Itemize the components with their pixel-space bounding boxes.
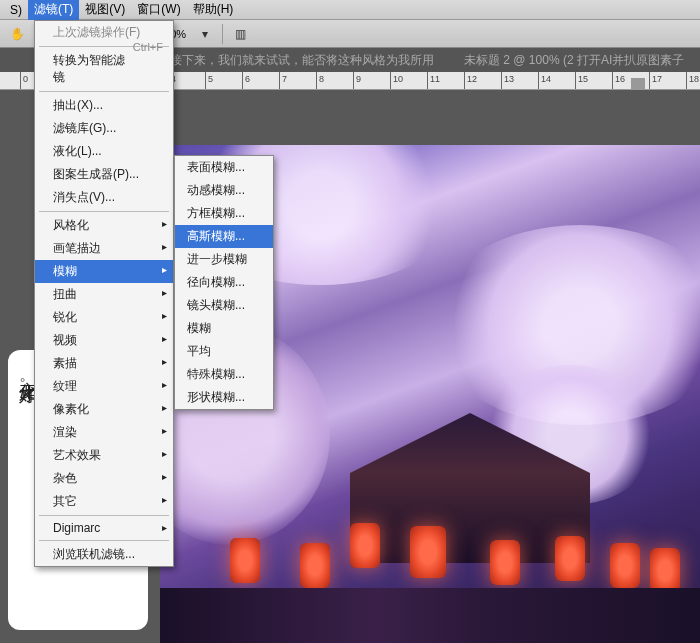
filter-menu: 上次滤镜操作(F)Ctrl+F 转换为智能滤镜 抽出(X)...滤镜库(G)..… bbox=[34, 20, 174, 567]
menu-filter[interactable]: 滤镜(T) bbox=[28, 0, 79, 20]
hand-icon[interactable]: ✋ bbox=[6, 23, 28, 45]
ruler-tick: 14 bbox=[538, 72, 539, 89]
filter-item[interactable]: 杂色▸ bbox=[35, 467, 173, 490]
filter-item[interactable]: 消失点(V)... bbox=[35, 186, 173, 209]
filter-item[interactable]: 纹理▸ bbox=[35, 375, 173, 398]
filter-item[interactable]: 视频▸ bbox=[35, 329, 173, 352]
ruler-tick: 5 bbox=[205, 72, 206, 89]
filter-item[interactable]: 其它▸ bbox=[35, 490, 173, 513]
ruler-tick: 0 bbox=[20, 72, 21, 89]
ruler-tick: 8 bbox=[316, 72, 317, 89]
filter-item[interactable]: 图案生成器(P)... bbox=[35, 163, 173, 186]
menu-window[interactable]: 窗口(W) bbox=[131, 0, 186, 20]
ruler-tick: 12 bbox=[464, 72, 465, 89]
menu-help[interactable]: 帮助(H) bbox=[187, 0, 240, 20]
menu-s[interactable]: S) bbox=[4, 1, 28, 19]
filter-item[interactable]: 扭曲▸ bbox=[35, 283, 173, 306]
filter-item[interactable]: 液化(L)... bbox=[35, 140, 173, 163]
doc-tab-2[interactable]: 未标题 2 @ 100% (2 打开AI并扒原图素子 bbox=[464, 52, 684, 69]
filter-item[interactable]: 艺术效果▸ bbox=[35, 444, 173, 467]
ruler-tick: 10 bbox=[390, 72, 391, 89]
blur-submenu: 表面模糊...动感模糊...方框模糊...高斯模糊...进一步模糊径向模糊...… bbox=[174, 155, 274, 410]
blur-item[interactable]: 方框模糊... bbox=[175, 202, 273, 225]
doc-tab-1[interactable]: 接下来，我们就来试试，能否将这种风格为我所用 bbox=[170, 52, 434, 69]
filter-item[interactable]: 渲染▸ bbox=[35, 421, 173, 444]
filter-browse[interactable]: 浏览联机滤镜... bbox=[35, 543, 173, 566]
ruler-tick: 6 bbox=[242, 72, 243, 89]
ruler-tick: 9 bbox=[353, 72, 354, 89]
ruler-tick: 7 bbox=[279, 72, 280, 89]
chevron-down-icon[interactable]: ▾ bbox=[194, 23, 216, 45]
filter-item[interactable]: 滤镜库(G)... bbox=[35, 117, 173, 140]
filter-smart[interactable]: 转换为智能滤镜 bbox=[35, 49, 173, 89]
blur-item[interactable]: 高斯模糊... bbox=[175, 225, 273, 248]
blur-item[interactable]: 镜头模糊... bbox=[175, 294, 273, 317]
blur-item[interactable]: 动感模糊... bbox=[175, 179, 273, 202]
filter-last: 上次滤镜操作(F)Ctrl+F bbox=[35, 21, 173, 44]
filter-item[interactable]: 素描▸ bbox=[35, 352, 173, 375]
ruler-tick: 16 bbox=[612, 72, 613, 89]
menubar: S) 滤镜(T) 视图(V) 窗口(W) 帮助(H) bbox=[0, 0, 700, 20]
blur-item[interactable]: 径向模糊... bbox=[175, 271, 273, 294]
blur-item[interactable]: 平均 bbox=[175, 340, 273, 363]
menu-view[interactable]: 视图(V) bbox=[79, 0, 131, 20]
blur-item[interactable]: 形状模糊... bbox=[175, 386, 273, 409]
filter-item[interactable]: 模糊▸ bbox=[35, 260, 173, 283]
ruler-tick: 15 bbox=[575, 72, 576, 89]
blur-item[interactable]: 进一步模糊 bbox=[175, 248, 273, 271]
ruler-tick: 17 bbox=[649, 72, 650, 89]
filter-digimarc[interactable]: Digimarc▸ bbox=[35, 518, 173, 538]
ruler-tick: 18 bbox=[686, 72, 687, 89]
filter-item[interactable]: 风格化▸ bbox=[35, 214, 173, 237]
filter-item[interactable]: 像素化▸ bbox=[35, 398, 173, 421]
filter-item[interactable]: 画笔描边▸ bbox=[35, 237, 173, 260]
ruler-tick: 11 bbox=[427, 72, 428, 89]
blur-item[interactable]: 特殊模糊... bbox=[175, 363, 273, 386]
blur-item[interactable]: 模糊 bbox=[175, 317, 273, 340]
filter-item[interactable]: 锐化▸ bbox=[35, 306, 173, 329]
grid-icon[interactable]: ▥ bbox=[229, 23, 251, 45]
filter-item[interactable]: 抽出(X)... bbox=[35, 94, 173, 117]
ruler-tick: 13 bbox=[501, 72, 502, 89]
blur-item[interactable]: 表面模糊... bbox=[175, 156, 273, 179]
